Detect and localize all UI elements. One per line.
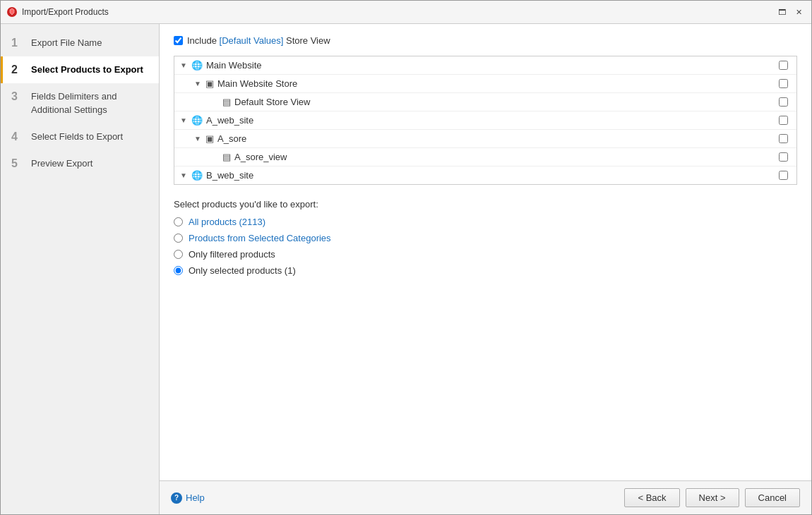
close-button[interactable]: ✕	[792, 5, 806, 19]
sidebar: 1 Export File Name 2 Select Products to …	[1, 24, 160, 514]
checkbox-main-website-store[interactable]	[779, 79, 788, 88]
radio-option-categories: Products from Selected Categories	[174, 233, 797, 243]
sidebar-item-2[interactable]: 2 Select Products to Export	[1, 56, 159, 83]
radio-all-label[interactable]: All products (2113)	[189, 217, 265, 227]
storeview-icon-a-sore-view: ▤	[222, 152, 231, 162]
window-body: 1 Export File Name 2 Select Products to …	[1, 24, 811, 514]
radio-option-filtered: Only filtered products	[174, 249, 797, 260]
sidebar-label-5: Preview Export	[31, 157, 92, 170]
tree-row-main-website[interactable]: ▼ 🌐 Main Website	[174, 56, 796, 75]
step-num-1: 1	[11, 37, 24, 49]
default-values-link[interactable]: [Default Values]	[220, 35, 284, 46]
footer-buttons: < Back Next > Cancel	[624, 488, 800, 507]
window-controls: 🗖 ✕	[775, 5, 806, 19]
step-num-5: 5	[11, 157, 24, 170]
maximize-button[interactable]: 🗖	[775, 5, 789, 19]
chevron-b-web-site[interactable]: ▼	[180, 171, 189, 179]
checkbox-a-sore-view[interactable]	[779, 152, 788, 162]
radio-selected[interactable]	[174, 266, 183, 275]
tree-label-a-sore: A_sore	[217, 133, 791, 144]
tree-row-a-sore-view[interactable]: ▤ A_sore_view	[174, 148, 796, 166]
help-label: Help	[186, 492, 205, 503]
checkbox-a-sore[interactable]	[779, 134, 788, 143]
globe-icon-a-web-site: 🌐	[191, 115, 203, 126]
tree-label-a-web-site: A_web_site	[206, 115, 791, 126]
tree-row-default-store-view[interactable]: ▤ Default Store View	[174, 93, 796, 111]
cancel-button[interactable]: Cancel	[745, 488, 800, 507]
sidebar-label-3: Fields Delimiters and Additional Setting…	[31, 90, 150, 116]
globe-icon-b-web-site: 🌐	[191, 170, 203, 181]
include-default-label: Include [Default Values] Store View	[187, 35, 330, 46]
sidebar-label-2: Select Products to Export	[31, 63, 143, 76]
store-tree: ▼ 🌐 Main Website ▼ ▣ Main Website Store	[174, 56, 797, 185]
radio-filtered[interactable]	[174, 250, 183, 259]
tree-label-main-website: Main Website	[206, 60, 791, 71]
chevron-a-sore[interactable]: ▼	[194, 135, 203, 143]
tree-label-main-website-store: Main Website Store	[217, 78, 791, 89]
radio-option-selected: Only selected products (1)	[174, 265, 797, 276]
tree-label-a-sore-view: A_sore_view	[234, 152, 791, 162]
help-link[interactable]: ? Help	[171, 492, 205, 504]
globe-icon-main-website: 🌐	[191, 60, 203, 71]
step-num-4: 4	[11, 131, 24, 143]
next-button[interactable]: Next >	[686, 488, 739, 507]
footer-bar: ? Help < Back Next > Cancel	[160, 480, 811, 514]
app-icon	[6, 6, 18, 18]
chevron-main-website-store[interactable]: ▼	[194, 80, 203, 87]
back-button[interactable]: < Back	[624, 488, 679, 507]
main-content: Include [Default Values] Store View ▼ 🌐 …	[160, 24, 811, 514]
tree-label-default-store-view: Default Store View	[234, 97, 791, 107]
export-options: Select products you'd like to export: Al…	[174, 199, 797, 276]
checkbox-main-website[interactable]	[779, 61, 788, 70]
tree-row-a-web-site[interactable]: ▼ 🌐 A_web_site	[174, 111, 796, 130]
radio-categories-label[interactable]: Products from Selected Categories	[189, 233, 331, 243]
include-default-row: Include [Default Values] Store View	[174, 35, 797, 46]
storeview-icon-default: ▤	[222, 97, 231, 107]
sidebar-item-5[interactable]: 5 Preview Export	[1, 150, 159, 177]
store-icon-main-website-store: ▣	[205, 78, 214, 89]
radio-option-all: All products (2113)	[174, 217, 797, 227]
tree-label-b-web-site: B_web_site	[206, 170, 791, 181]
step-num-2: 2	[11, 63, 24, 76]
export-prompt: Select products you'd like to export:	[174, 199, 797, 210]
sidebar-item-4[interactable]: 4 Select Fields to Export	[1, 123, 159, 150]
radio-all-products[interactable]	[174, 217, 183, 226]
checkbox-a-web-site[interactable]	[779, 116, 788, 125]
checkbox-b-web-site[interactable]	[779, 171, 788, 180]
tree-row-b-web-site[interactable]: ▼ 🌐 B_web_site	[174, 166, 796, 184]
sidebar-label-1: Export File Name	[31, 37, 102, 49]
chevron-main-website[interactable]: ▼	[180, 61, 189, 69]
radio-categories[interactable]	[174, 234, 183, 243]
title-bar: Import/Export Products 🗖 ✕	[1, 1, 811, 24]
sidebar-item-3[interactable]: 3 Fields Delimiters and Additional Setti…	[1, 83, 159, 123]
tree-row-main-website-store[interactable]: ▼ ▣ Main Website Store	[174, 75, 796, 93]
step-num-3: 3	[11, 90, 24, 103]
radio-selected-label[interactable]: Only selected products (1)	[189, 265, 296, 276]
sidebar-item-1[interactable]: 1 Export File Name	[1, 30, 159, 56]
checkbox-default-store-view[interactable]	[779, 97, 788, 107]
include-default-checkbox[interactable]	[174, 36, 183, 45]
content-area: Include [Default Values] Store View ▼ 🌐 …	[160, 24, 811, 480]
help-icon: ?	[171, 492, 182, 504]
chevron-a-web-site[interactable]: ▼	[180, 116, 189, 124]
tree-row-a-sore[interactable]: ▼ ▣ A_sore	[174, 130, 796, 148]
store-icon-a-sore: ▣	[205, 133, 214, 144]
main-window: Import/Export Products 🗖 ✕ 1 Export File…	[0, 0, 812, 515]
window-title: Import/Export Products	[22, 7, 775, 17]
radio-filtered-label[interactable]: Only filtered products	[189, 249, 275, 260]
sidebar-label-4: Select Fields to Export	[31, 131, 123, 143]
